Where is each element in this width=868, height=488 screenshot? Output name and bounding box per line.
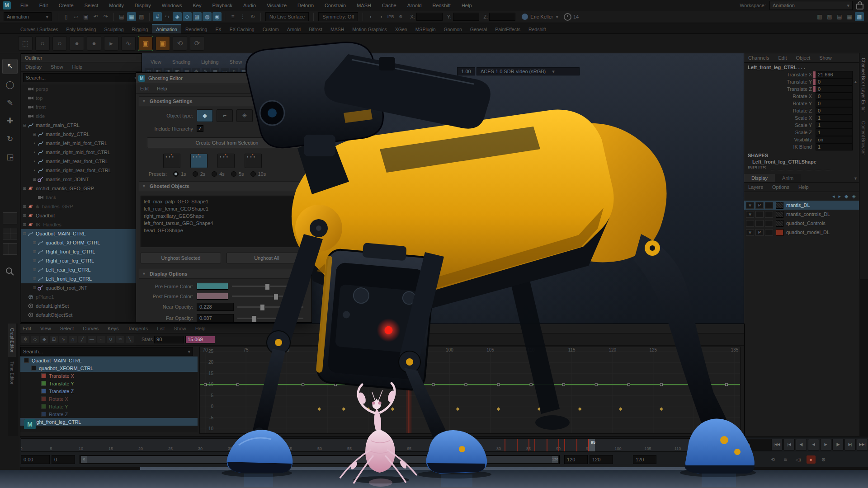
clamped-tangent-icon[interactable]: ∩: [69, 336, 77, 343]
outliner-item[interactable]: ⊞ Quadbot: [21, 211, 142, 220]
layer-playback-toggle[interactable]: P: [755, 202, 764, 209]
buffer-curve-icon[interactable]: ≋: [116, 336, 124, 343]
outliner-item[interactable]: ⊞ Left_front_leg_CTRL: [21, 274, 142, 283]
outliner-item[interactable]: ⊞ quadbot_XFORM_CTRL: [21, 238, 142, 247]
open-scene-icon[interactable]: ▱: [71, 12, 80, 21]
menu-item[interactable]: Arnold: [402, 0, 427, 11]
layer-from-selected-icon[interactable]: ◈: [852, 193, 856, 199]
plateau-tangent-icon[interactable]: ∪: [107, 336, 115, 343]
channel-attribute-value[interactable]: 1: [816, 122, 853, 129]
post-frame-color-swatch[interactable]: [197, 293, 228, 300]
ghost-joint-icon[interactable]: ⌐: [217, 109, 233, 122]
graph-editor-menu-item[interactable]: Show: [170, 324, 190, 333]
outliner-item[interactable]: ⊞ orchid_mantis_GEO_GRP: [21, 184, 142, 193]
linear-tangent-icon[interactable]: ╱: [78, 336, 86, 343]
attribute-editor-icon[interactable]: ▤: [835, 12, 844, 21]
output-connections-icon[interactable]: ⋮: [238, 12, 247, 21]
expand-toggle-icon[interactable]: ⊞: [21, 222, 28, 227]
menu-item[interactable]: Constrain: [320, 0, 351, 11]
outliner-menu-item[interactable]: Show: [47, 62, 67, 71]
layer-visibility-toggle[interactable]: V: [746, 202, 754, 209]
tab-content-browser[interactable]: Content Browser: [859, 117, 867, 159]
snap-view-plane-icon[interactable]: ▨: [193, 12, 202, 21]
channel-attribute-value[interactable]: 0: [816, 93, 853, 100]
channel-box-icon[interactable]: ▩: [855, 12, 864, 21]
keyframe-tick[interactable]: [576, 439, 577, 451]
expand-toggle-icon[interactable]: ⊞: [31, 267, 38, 272]
ghost-preset-post-icon[interactable]: [217, 154, 235, 168]
pre-frame-color-slider[interactable]: [232, 286, 303, 287]
x-coord-input[interactable]: [416, 13, 443, 21]
outliner-item[interactable]: ⊞ Right_front_leg_CTRL: [21, 247, 142, 256]
snap-grid-icon[interactable]: #: [153, 12, 162, 21]
ghosted-objects-list[interactable]: left_max_palp_GEO_Shape1left_rear_femur_…: [141, 196, 307, 247]
shape-node-name[interactable]: Left_front_leg_CTRLShape: [744, 159, 859, 165]
channel-attribute-row[interactable]: Translate X 21.696: [744, 71, 859, 78]
shelf-set-key-icon[interactable]: ○: [35, 36, 50, 51]
shelf-loop-icon[interactable]: ⟲: [173, 36, 187, 51]
expand-toggle-icon[interactable]: •: [31, 159, 38, 164]
expand-toggle-icon[interactable]: •: [31, 141, 38, 145]
outliner-search[interactable]: ▾: [23, 73, 140, 82]
flat-tangent-icon[interactable]: —: [88, 336, 96, 343]
layer-display-type-toggle[interactable]: [765, 229, 773, 236]
menu-item[interactable]: Edit: [34, 0, 53, 11]
display-layer-row[interactable]: V mantis_controls_DL: [744, 210, 859, 219]
stats-frame-field[interactable]: 90: [154, 336, 184, 343]
expand-toggle-icon[interactable]: ⊟: [21, 231, 28, 236]
ghosted-object-item[interactable]: left_rear_femur_GEOShape1: [144, 205, 304, 212]
graph-channel-row[interactable]: Translate X: [20, 372, 198, 380]
graph-channel-row[interactable]: Quadbot_MAIN_CTRL: [20, 357, 198, 364]
shelf-tab[interactable]: Curves / Surfaces: [16, 25, 62, 33]
snap-magnet-icon[interactable]: ◉: [212, 12, 222, 21]
outliner-item[interactable]: pPlane1: [21, 292, 142, 301]
menu-item[interactable]: Create: [54, 0, 79, 11]
include-hierarchy-checkbox[interactable]: ✓: [197, 125, 203, 132]
graph-channel-row[interactable]: Translate Y: [20, 380, 198, 387]
ghosted-object-item[interactable]: left_max_palp_GEO_Shape1: [144, 198, 304, 205]
menu-item[interactable]: MASH: [352, 0, 376, 11]
outliner-item[interactable]: defaultLightSet: [21, 301, 142, 310]
shelf-tab[interactable]: PaintEffects: [491, 25, 524, 33]
shelf-tab[interactable]: Custom: [259, 25, 283, 33]
tab-channel-box-layer-editor[interactable]: Channel Box / Layer Editor: [859, 53, 867, 117]
display-layer-row[interactable]: quadbot_Controls: [744, 219, 859, 228]
menu-item[interactable]: Modify: [104, 0, 128, 11]
modeling-toolkit-icon[interactable]: ▥: [815, 12, 824, 21]
channel-attribute-value[interactable]: 0: [816, 107, 853, 114]
outliner-item[interactable]: ⊞ Left_rear_leg_CTRL: [21, 265, 142, 274]
outliner-item[interactable]: ⊞ mantis_body_CTRL: [21, 130, 142, 139]
preset-radio[interactable]: 5s: [231, 171, 244, 177]
tab-time-editor[interactable]: Time Editor: [8, 357, 16, 389]
layer-color-swatch[interactable]: [776, 211, 783, 218]
expand-toggle-icon[interactable]: ⊞: [31, 249, 38, 254]
snap-projected-center-icon[interactable]: ◇: [183, 12, 192, 21]
outliner-item[interactable]: ⊞ mantis_root_JOINT: [21, 175, 142, 184]
move-layer-down-icon[interactable]: ▸: [839, 193, 841, 199]
channel-attribute-row[interactable]: Translate Y 0: [744, 78, 859, 85]
ghosting-settings-header[interactable]: ▼Ghosting Settings: [139, 96, 309, 106]
shelf-tab[interactable]: Bifrost: [305, 25, 326, 33]
layer-display-type-toggle[interactable]: [765, 211, 773, 218]
step-back-frame-button[interactable]: ◀|: [796, 439, 807, 450]
channel-attribute-row[interactable]: Translate Z 0: [744, 85, 859, 93]
live-surface-field[interactable]: No Live Surface: [265, 12, 309, 21]
outliner-item[interactable]: back: [21, 193, 142, 202]
step-forward-key-button[interactable]: ▶|: [844, 439, 856, 450]
play-forwards-button[interactable]: ▶: [820, 439, 831, 450]
graph-channel-row[interactable]: Rotate Y: [20, 403, 198, 410]
shelf-tab[interactable]: MASH: [326, 25, 348, 33]
select-hierarchy-icon[interactable]: ▤: [117, 12, 126, 21]
graph-editor-menu-item[interactable]: Select: [56, 324, 78, 333]
unghost-selected-button[interactable]: Unghost Selected: [141, 253, 221, 263]
graph-editor-menu-item[interactable]: Edit: [19, 324, 35, 333]
ghosted-object-item[interactable]: right_maxillary_GEOShape: [144, 212, 304, 220]
shelf-set-breakdown-icon[interactable]: ○: [52, 36, 67, 51]
graph-editor-search[interactable]: ▾: [20, 347, 193, 356]
keyframe-tick[interactable]: [517, 439, 518, 451]
display-layer-row[interactable]: V P mantis_DL: [744, 201, 859, 210]
exposure-field[interactable]: 1.00: [457, 67, 475, 75]
outliner-menu-item[interactable]: Display: [21, 62, 46, 71]
keyframe-tick[interactable]: [558, 439, 559, 451]
current-time-field[interactable]: 95: [741, 439, 772, 450]
